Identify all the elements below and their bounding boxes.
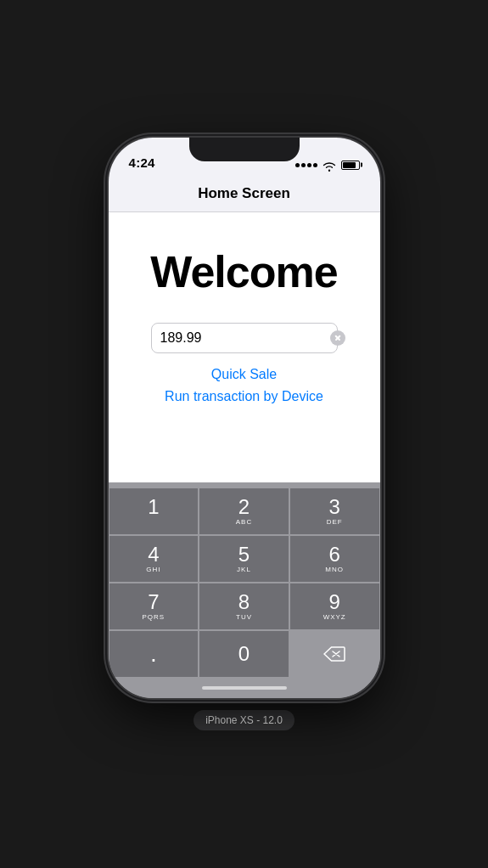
device-label: iPhone XS - 12.0	[194, 710, 294, 730]
battery-icon	[341, 161, 360, 170]
key-4[interactable]: 4 GHI	[109, 535, 199, 583]
nav-bar: Home Screen	[109, 175, 380, 212]
home-indicator	[202, 686, 287, 690]
nav-title: Home Screen	[198, 185, 290, 202]
key-backspace[interactable]	[289, 630, 380, 678]
status-icons	[295, 160, 360, 170]
notch	[189, 138, 300, 161]
keyboard-row-2: 4 GHI 5 JKL 6 MNO	[109, 535, 380, 583]
quick-sale-button[interactable]: Quick Sale	[211, 367, 277, 382]
wifi-icon	[323, 160, 336, 170]
clear-input-button[interactable]	[330, 330, 345, 346]
key-8[interactable]: 8 TUV	[199, 583, 289, 630]
home-indicator-area	[109, 678, 380, 698]
key-9[interactable]: 9 WXYZ	[289, 583, 380, 630]
keyboard-row-3: 7 PQRS 8 TUV 9 WXYZ	[109, 583, 380, 630]
phone-wrapper: 4:24	[109, 138, 380, 730]
key-0[interactable]: 0	[199, 630, 289, 678]
key-5[interactable]: 5 JKL	[199, 535, 289, 583]
amount-input[interactable]	[160, 330, 330, 346]
keyboard-row-4: . 0	[109, 630, 380, 678]
amount-input-row[interactable]	[151, 323, 338, 353]
keyboard-row-1: 1 2 ABC 3 DEF	[109, 488, 380, 535]
phone-frame: 4:24	[109, 138, 380, 698]
welcome-heading: Welcome	[150, 246, 337, 297]
key-6[interactable]: 6 MNO	[289, 535, 380, 583]
signal-icon	[295, 163, 317, 167]
status-time: 4:24	[129, 155, 155, 170]
numeric-keyboard: 1 2 ABC 3 DEF 4 GHI 5	[109, 482, 380, 698]
main-content: Welcome Quick Sale Run transaction by De…	[109, 212, 380, 482]
key-3[interactable]: 3 DEF	[289, 488, 380, 535]
run-transaction-button[interactable]: Run transaction by Device	[165, 389, 323, 404]
key-2[interactable]: 2 ABC	[199, 488, 289, 535]
key-1[interactable]: 1	[109, 488, 199, 535]
key-dot[interactable]: .	[109, 630, 199, 678]
key-7[interactable]: 7 PQRS	[109, 583, 199, 630]
